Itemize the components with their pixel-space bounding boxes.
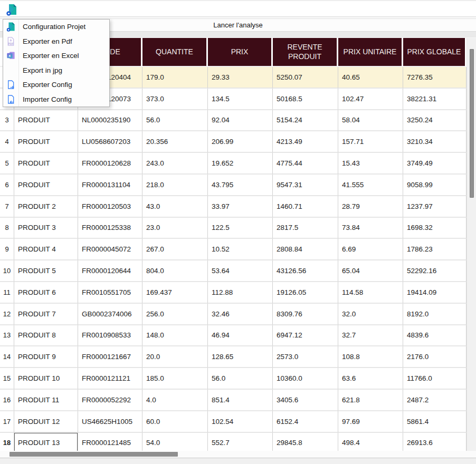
cell-prix_globale[interactable]: 38221.31 bbox=[403, 89, 467, 110]
cell-num[interactable]: 17 bbox=[0, 411, 14, 433]
horizontal-scrollbar[interactable] bbox=[0, 451, 476, 458]
cell-quantite[interactable]: 218.0 bbox=[142, 175, 208, 196]
menu-item-exporter-config[interactable]: Exporter Config bbox=[3, 78, 109, 92]
cell-num[interactable]: 3 bbox=[0, 110, 14, 132]
cell-name[interactable]: PRODUIT 4 bbox=[14, 239, 78, 260]
cell-quantite[interactable]: 20.356 bbox=[142, 131, 208, 153]
cell-code[interactable]: FR0010908533 bbox=[78, 325, 142, 347]
cell-prix[interactable]: 33.97 bbox=[208, 196, 273, 218]
cell-prix[interactable]: 92.04 bbox=[208, 110, 273, 132]
cell-name[interactable]: PRODUIT 13 bbox=[14, 433, 78, 451]
cell-quantite[interactable]: 20.0 bbox=[142, 346, 208, 368]
cell-prix_unitaire[interactable]: 32.7 bbox=[338, 325, 403, 347]
cell-revente_produit[interactable]: 3405.6 bbox=[273, 390, 338, 411]
cell-revente_produit[interactable]: 4213.49 bbox=[273, 131, 338, 153]
cell-prix[interactable]: 32.46 bbox=[208, 304, 273, 325]
cell-revente_produit[interactable]: 2808.84 bbox=[273, 239, 338, 260]
cell-code[interactable]: FR0000121121 bbox=[78, 368, 142, 390]
cell-prix[interactable]: 29.33 bbox=[208, 67, 273, 89]
cell-quantite[interactable]: 43.0 bbox=[142, 196, 208, 218]
cell-prix[interactable]: 552.7 bbox=[208, 433, 273, 451]
cell-prix_globale[interactable]: 4839.6 bbox=[403, 325, 467, 347]
cell-prix_globale[interactable]: 1786.23 bbox=[403, 239, 467, 260]
menu-item-configuration-projet[interactable]: Configuration Projet bbox=[3, 20, 109, 34]
cell-code[interactable]: FR0000045072 bbox=[78, 239, 142, 260]
cell-code[interactable]: GB0002374006 bbox=[78, 304, 142, 325]
cell-prix_unitaire[interactable]: 65.04 bbox=[338, 260, 403, 282]
cell-prix_unitaire[interactable]: 32.0 bbox=[338, 304, 403, 325]
cell-prix[interactable]: 206.99 bbox=[208, 131, 273, 153]
cell-num[interactable]: 7 bbox=[0, 196, 14, 218]
cell-quantite[interactable]: 267.0 bbox=[142, 239, 208, 260]
cell-prix_unitaire[interactable]: 114.58 bbox=[338, 282, 403, 304]
cell-name[interactable]: PRODUIT 10 bbox=[14, 368, 78, 390]
cell-prix_unitaire[interactable]: 41.555 bbox=[338, 175, 403, 196]
cell-revente_produit[interactable]: 19126.05 bbox=[273, 282, 338, 304]
cell-name[interactable]: PRODUIT 5 bbox=[14, 260, 78, 282]
cell-prix_unitaire[interactable]: 621.8 bbox=[338, 390, 403, 411]
menu-item-importer-config[interactable]: Importer Config bbox=[3, 92, 109, 107]
project-config-button[interactable] bbox=[5, 3, 18, 16]
cell-code[interactable]: FR0000052292 bbox=[78, 390, 142, 411]
cell-quantite[interactable]: 56.0 bbox=[142, 110, 208, 132]
cell-prix_unitaire[interactable]: 102.47 bbox=[338, 89, 403, 110]
cell-name[interactable]: PRODUIT 12 bbox=[14, 411, 78, 433]
cell-code[interactable]: FR0000120503 bbox=[78, 196, 142, 218]
cell-prix_globale[interactable]: 5861.4 bbox=[403, 411, 467, 433]
cell-quantite[interactable]: 179.0 bbox=[142, 67, 208, 89]
cell-prix[interactable]: 134.5 bbox=[208, 89, 273, 110]
cell-quantite[interactable]: 148.0 bbox=[142, 325, 208, 347]
cell-prix[interactable]: 53.64 bbox=[208, 260, 273, 282]
cell-name[interactable]: PRODUIT bbox=[14, 110, 78, 132]
cell-quantite[interactable]: 60.0 bbox=[142, 411, 208, 433]
header-prix[interactable]: PRIX bbox=[208, 38, 273, 67]
cell-prix[interactable]: 56.0 bbox=[208, 368, 273, 390]
cell-prix_unitaire[interactable]: 58.04 bbox=[338, 110, 403, 132]
cell-quantite[interactable]: 373.0 bbox=[142, 89, 208, 110]
cell-num[interactable]: 15 bbox=[0, 368, 14, 390]
cell-prix_globale[interactable]: 3250.24 bbox=[403, 110, 467, 132]
cell-prix[interactable]: 122.5 bbox=[208, 218, 273, 239]
cell-revente_produit[interactable]: 6947.12 bbox=[273, 325, 338, 347]
cell-revente_produit[interactable]: 29845.8 bbox=[273, 433, 338, 451]
cell-prix_globale[interactable]: 19414.09 bbox=[403, 282, 467, 304]
header-revente_produit[interactable]: REVENTE PRODUIT bbox=[273, 38, 338, 67]
cell-prix_unitaire[interactable]: 97.69 bbox=[338, 411, 403, 433]
vertical-scrollbar[interactable] bbox=[467, 38, 476, 451]
cell-prix[interactable]: 128.65 bbox=[208, 346, 273, 368]
cell-num[interactable]: 16 bbox=[0, 390, 14, 411]
cell-prix[interactable]: 19.652 bbox=[208, 153, 273, 175]
cell-code[interactable]: US46625H1005 bbox=[78, 411, 142, 433]
cell-code[interactable]: FR0000120628 bbox=[78, 153, 142, 175]
cell-revente_produit[interactable]: 1460.71 bbox=[273, 196, 338, 218]
header-quantite[interactable]: QUANTITE bbox=[142, 38, 208, 67]
cell-num[interactable]: 18 bbox=[0, 433, 14, 451]
cell-prix[interactable]: 112.88 bbox=[208, 282, 273, 304]
cell-name[interactable]: PRODUIT 8 bbox=[14, 325, 78, 347]
cell-prix_unitaire[interactable]: 157.71 bbox=[338, 131, 403, 153]
cell-code[interactable]: FR0000125338 bbox=[78, 218, 142, 239]
cell-name[interactable]: PRODUIT 9 bbox=[14, 346, 78, 368]
cell-prix[interactable]: 10.52 bbox=[208, 239, 273, 260]
cell-quantite[interactable]: 169.437 bbox=[142, 282, 208, 304]
cell-prix_unitaire[interactable]: 498.4 bbox=[338, 433, 403, 451]
cell-code[interactable]: LU0568607203 bbox=[78, 131, 142, 153]
cell-num[interactable]: 11 bbox=[0, 282, 14, 304]
cell-revente_produit[interactable]: 8309.76 bbox=[273, 304, 338, 325]
cell-prix_globale[interactable]: 1698.32 bbox=[403, 218, 467, 239]
cell-name[interactable]: PRODUIT 3 bbox=[14, 218, 78, 239]
cell-quantite[interactable]: 23.0 bbox=[142, 218, 208, 239]
cell-revente_produit[interactable]: 4775.44 bbox=[273, 153, 338, 175]
cell-prix[interactable]: 851.4 bbox=[208, 390, 273, 411]
cell-prix_unitaire[interactable]: 6.69 bbox=[338, 239, 403, 260]
cell-prix_globale[interactable]: 7276.35 bbox=[403, 67, 467, 89]
cell-quantite[interactable]: 256.0 bbox=[142, 304, 208, 325]
cell-code[interactable]: FR0010551705 bbox=[78, 282, 142, 304]
cell-prix[interactable]: 102.54 bbox=[208, 411, 273, 433]
cell-num[interactable]: 4 bbox=[0, 131, 14, 153]
cell-num[interactable]: 5 bbox=[0, 153, 14, 175]
cell-revente_produit[interactable]: 9547.31 bbox=[273, 175, 338, 196]
cell-prix[interactable]: 43.795 bbox=[208, 175, 273, 196]
cell-prix_globale[interactable]: 26913.6 bbox=[403, 433, 467, 451]
cell-name[interactable]: PRODUIT 6 bbox=[14, 282, 78, 304]
